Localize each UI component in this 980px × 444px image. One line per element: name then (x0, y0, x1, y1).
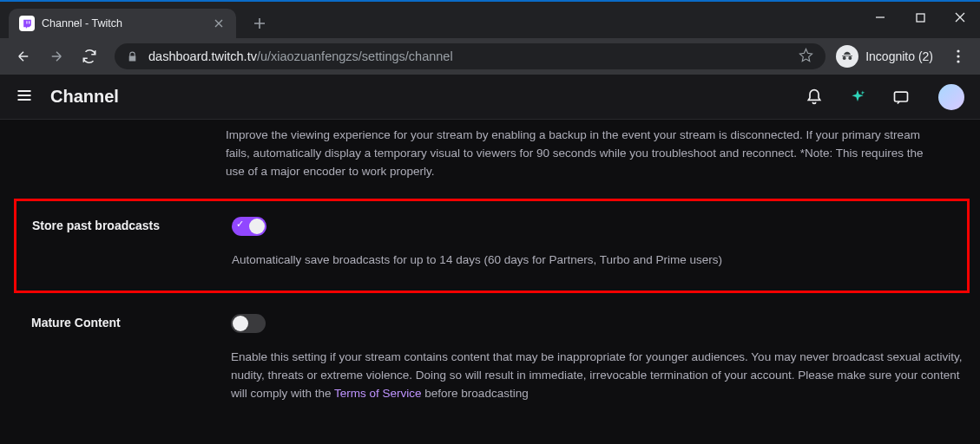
maximize-button[interactable] (900, 2, 940, 33)
store-past-toggle[interactable] (232, 217, 266, 236)
close-window-button[interactable] (940, 2, 980, 33)
close-tab-icon[interactable] (212, 16, 226, 30)
reload-button[interactable] (75, 42, 104, 71)
mature-content-row: Mature Content Enable this setting if yo… (0, 300, 980, 417)
hamburger-menu-icon[interactable] (16, 87, 33, 108)
tab-title: Channel - Twitch (42, 17, 205, 29)
bookmark-star-icon[interactable] (799, 48, 813, 66)
settings-content: Improve the viewing experience for your … (0, 120, 980, 444)
svg-point-4 (957, 55, 959, 57)
store-past-broadcasts-row: Store past broadcasts Automatically save… (32, 217, 950, 270)
svg-rect-6 (895, 92, 908, 101)
svg-rect-0 (26, 21, 27, 23)
new-tab-button[interactable] (248, 12, 271, 35)
browser-urlbar: dashboard.twitch.tv/u/xiaozuanfengzs/set… (0, 38, 980, 75)
whispers-chat-icon[interactable] (888, 84, 914, 110)
incognito-label: Incognito (2) (865, 49, 933, 63)
url-text: dashboard.twitch.tv/u/xiaozuanfengzs/set… (148, 49, 453, 63)
browser-tab[interactable]: Channel - Twitch (9, 9, 236, 38)
twitch-dashboard-header: Channel (0, 75, 980, 120)
minimize-button[interactable] (860, 2, 900, 33)
mature-content-label: Mature Content (31, 314, 214, 403)
forward-button[interactable] (42, 42, 71, 71)
backup-stream-description: Improve the viewing experience for your … (0, 120, 972, 190)
browser-titlebar: Channel - Twitch (0, 0, 980, 38)
svg-rect-1 (29, 21, 30, 23)
mature-content-toggle[interactable] (231, 314, 266, 333)
svg-rect-2 (917, 14, 924, 22)
browser-menu-button[interactable] (945, 49, 971, 63)
twitch-favicon (19, 16, 35, 31)
address-bar[interactable]: dashboard.twitch.tv/u/xiaozuanfengzs/set… (115, 43, 825, 69)
incognito-indicator[interactable]: Incognito (2) (836, 45, 942, 68)
terms-of-service-link[interactable]: Terms of Service (334, 387, 422, 400)
store-past-description: Automatically save broadcasts for up to … (232, 251, 950, 270)
highlighted-setting: Store past broadcasts Automatically save… (14, 199, 970, 293)
window-controls (860, 2, 980, 33)
user-avatar[interactable] (938, 84, 964, 110)
svg-point-5 (957, 60, 959, 62)
mature-content-description: Enable this setting if your stream conta… (231, 349, 963, 403)
store-past-label: Store past broadcasts (32, 217, 214, 270)
sparkle-icon[interactable] (845, 84, 871, 110)
notifications-bell-icon[interactable] (801, 84, 827, 110)
lock-icon (127, 51, 138, 62)
page-title: Channel (50, 87, 119, 107)
svg-point-3 (957, 49, 959, 52)
back-button[interactable] (9, 42, 38, 71)
incognito-icon (836, 45, 858, 68)
